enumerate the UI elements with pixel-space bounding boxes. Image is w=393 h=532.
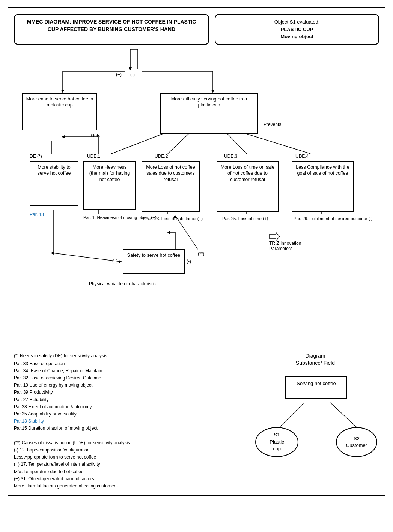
ude-notes-line2: (+) 17. Temperature/level of internal ac… bbox=[14, 461, 240, 468]
de-notes-par38: Par.38 Extent of automation /autonomy bbox=[14, 403, 240, 411]
s2-ellipse: S2 Customer bbox=[336, 427, 377, 457]
par23-text: Par. 23. Loss of substance (+) bbox=[145, 216, 203, 222]
svg-line-44 bbox=[278, 403, 304, 429]
ude1-node: More Heaviness (thermal) for having hot … bbox=[83, 161, 136, 210]
ude4-label: UDE.4 bbox=[295, 154, 309, 159]
minus-label-safety: (-) bbox=[187, 259, 191, 264]
serving-box: Serving hot coffee bbox=[285, 376, 347, 399]
top-section: MMEC DIAGRAM: IMPROVE SERVICE OF HOT COF… bbox=[14, 14, 379, 45]
ude3-label: UDE.3 bbox=[224, 154, 237, 159]
par13-label: Par. 13 bbox=[30, 212, 44, 217]
ease-node: More ease to serve hot coffee in a plast… bbox=[22, 93, 97, 130]
svg-marker-38 bbox=[269, 232, 280, 241]
ude3-node: More Loss of time on sale of hot coffee … bbox=[217, 161, 279, 212]
double-star-label: (**) bbox=[198, 251, 204, 256]
de-notes-par39: Par. 39 Productivity bbox=[14, 389, 240, 396]
s1-ellipse: S1 Plastic cup bbox=[255, 427, 298, 457]
stability-node: More stability to serve hot coffee bbox=[30, 161, 78, 206]
de-notes-par34: Par. 34. Ease of Change, Repair or Maint… bbox=[14, 367, 240, 375]
notes-section: (*) Needs to satisfy (DE) for sensitivit… bbox=[14, 352, 240, 490]
svg-line-45 bbox=[330, 403, 358, 429]
de-notes-par35: Par.35 Adaptability or versatility bbox=[14, 411, 240, 418]
plus-label-1: (+) bbox=[116, 72, 122, 77]
de-notes-header: (*) Needs to satisfy (DE) for sensitivit… bbox=[14, 352, 240, 360]
difficulty-node: More difficulty serving hot coffee in a … bbox=[160, 93, 258, 134]
bottom-area: (*) Needs to satisfy (DE) for sensitivit… bbox=[14, 352, 379, 490]
ude-notes-header: (**) Causes of dissatisfaction (UDE) for… bbox=[14, 439, 240, 447]
svg-line-40 bbox=[53, 253, 121, 262]
de-label: DE (*) bbox=[30, 154, 42, 159]
de-notes-par19: Par. 19 Use of energy by moving object bbox=[14, 382, 240, 389]
sf-diagram-area: Serving hot coffee S1 Plastic cup S2 Cus… bbox=[251, 373, 379, 448]
svg-marker-12 bbox=[62, 135, 65, 138]
par29-text: Par. 29. Fulfillment of desired outcome … bbox=[294, 216, 373, 222]
de-notes-par27: Par. 27 Reliability bbox=[14, 396, 240, 403]
svg-marker-41 bbox=[119, 260, 122, 263]
ude2-label: UDE.2 bbox=[155, 154, 168, 159]
de-notes-par32: Par. 32 Ease of achieving Desired Outcom… bbox=[14, 375, 240, 382]
object-evaluated-label: Object S1 evaluated: bbox=[223, 18, 371, 26]
de-notes-par33: Par. 33 Ease of operation bbox=[14, 360, 240, 367]
ude4-node: Less Compliance with the goal of sale of… bbox=[292, 161, 354, 212]
triz-arrow-icon bbox=[269, 232, 280, 241]
ude-notes-line3: Más Temperature due to hot coffee bbox=[14, 468, 240, 475]
de-notes-par13: Par.13 Stability bbox=[14, 418, 240, 425]
svg-marker-6 bbox=[61, 90, 64, 93]
triz-label: TRIZ Innovation Parameters bbox=[269, 232, 301, 251]
main-title: MMEC DIAGRAM: IMPROVE SERVICE OF HOT COF… bbox=[14, 14, 209, 45]
minus-label-1: (-) bbox=[130, 72, 135, 77]
prevents-label: Prevents bbox=[264, 122, 281, 127]
de-notes-par15: Par.15 Duration of action of moving obje… bbox=[14, 425, 240, 432]
ude-notes-line4: (+) 31. Object-generated harmful factors bbox=[14, 475, 240, 483]
physical-var-label: Physical variable or characteristic bbox=[89, 281, 156, 286]
substance-field-section: Diagram Substance/ Field Serving hot cof… bbox=[251, 352, 379, 490]
svg-marker-33 bbox=[51, 252, 54, 255]
object-evaluated-value: PLASTIC CUPMoving object bbox=[223, 26, 371, 40]
ude2-node: More Loss of hot coffee sales due to cus… bbox=[142, 161, 200, 212]
main-container: MMEC DIAGRAM: IMPROVE SERVICE OF HOT COF… bbox=[8, 7, 385, 496]
ude-notes-line5: More Harmful factors generated affecting… bbox=[14, 483, 240, 490]
svg-marker-9 bbox=[211, 90, 214, 93]
diagram-area: More ease to serve hot coffee in a plast… bbox=[14, 49, 379, 349]
sf-title: Diagram Substance/ Field bbox=[251, 352, 379, 367]
plus-label-safety: (+) bbox=[112, 259, 118, 264]
object-evaluated-box: Object S1 evaluated: PLASTIC CUPMoving o… bbox=[215, 14, 379, 45]
ude1-label: UDE.1 bbox=[87, 154, 100, 159]
ude-notes-line0: (-) 12. hape/composition/configuration bbox=[14, 447, 240, 454]
gets-label: Gets bbox=[91, 133, 100, 138]
svg-marker-36 bbox=[167, 231, 170, 234]
safety-node: Safety to serve hot coffee bbox=[123, 249, 185, 274]
par25-text: Par. 25. Loss of time (+) bbox=[222, 216, 268, 222]
svg-marker-1 bbox=[129, 67, 132, 70]
ude-notes-line1: Less Appropriate form to serve hot coffe… bbox=[14, 454, 240, 461]
